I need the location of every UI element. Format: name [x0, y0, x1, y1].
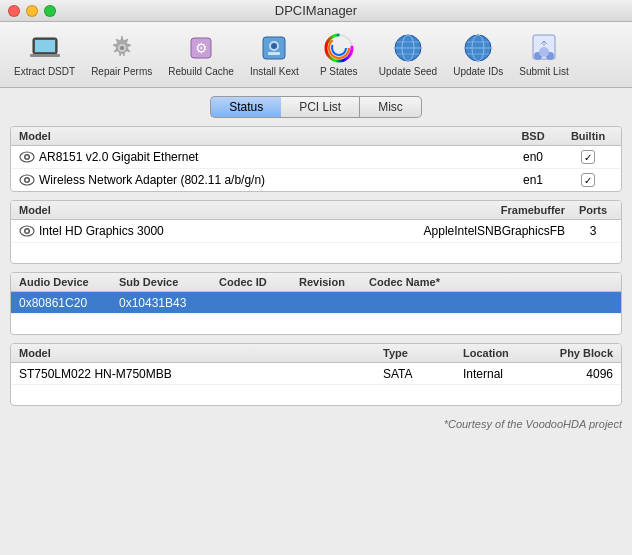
- network-row1-builtin: ✓: [563, 150, 613, 165]
- table-row-empty: [11, 314, 621, 334]
- audio-header: Audio Device Sub Device Codec ID Revisio…: [11, 273, 621, 292]
- graphics-header: Model Framebuffer Ports: [11, 201, 621, 220]
- storage-type-header: Type: [383, 347, 463, 359]
- table-row-empty: [11, 385, 621, 405]
- tab-misc[interactable]: Misc: [360, 96, 422, 118]
- eye-icon: [19, 172, 35, 188]
- table-row-empty: [11, 243, 621, 263]
- table-row: AR8151 v2.0 Gigabit Ethernet en0 ✓: [11, 146, 621, 169]
- install-kext-button[interactable]: Install Kext: [244, 28, 305, 81]
- graphics-ports-header: Ports: [573, 204, 613, 216]
- rebuild-cache-label: Rebuild Cache: [168, 66, 234, 77]
- repair-perms-button[interactable]: Repair Perms: [85, 28, 158, 81]
- network-row1-model: AR8151 v2.0 Gigabit Ethernet: [39, 150, 503, 164]
- audio-row1-subdevice: 0x10431B43: [119, 296, 219, 310]
- globe-icon: [392, 32, 424, 64]
- network-row2-builtin: ✓: [563, 173, 613, 188]
- rebuild-cache-button[interactable]: ⚙ Rebuild Cache: [162, 28, 240, 81]
- cloud-icon: [528, 32, 560, 64]
- audio-codec-header: Codec ID: [219, 276, 299, 288]
- footer-text: *Courtesy of the VoodooHDA project: [444, 418, 622, 430]
- svg-point-33: [26, 156, 29, 159]
- minimize-button[interactable]: [26, 5, 38, 17]
- network-row1-bsd: en0: [503, 150, 563, 164]
- table-row: Wireless Network Adapter (802.11 a/b/g/n…: [11, 169, 621, 191]
- checkbox-icon: ✓: [581, 173, 595, 187]
- graphics-row1-model: Intel HD Graphics 3000: [39, 224, 302, 238]
- install-kext-label: Install Kext: [250, 66, 299, 77]
- network-bsd-header: BSD: [503, 130, 563, 142]
- svg-rect-2: [30, 54, 60, 57]
- tab-bar: Status PCI List Misc: [0, 88, 632, 126]
- p-states-label: P States: [320, 66, 358, 77]
- content-area: Model BSD Builtin AR8151 v2.0 Gigabit Et…: [0, 126, 632, 414]
- storage-row1-phy: 4096: [543, 367, 613, 381]
- footer-note: *Courtesy of the VoodooHDA project: [0, 414, 632, 430]
- storage-header: Model Type Location Phy Block: [11, 344, 621, 363]
- toolbar: Extract DSDT Repair Perms ⚙ Rebuild Cach…: [0, 22, 632, 88]
- storage-location-header: Location: [463, 347, 543, 359]
- graphics-model-header: Model: [19, 204, 292, 216]
- network-builtin-header: Builtin: [563, 130, 613, 142]
- eye-icon: [19, 149, 35, 165]
- table-row: Intel HD Graphics 3000 AppleIntelSNBGrap…: [11, 220, 621, 243]
- svg-point-39: [26, 230, 29, 233]
- audio-subdevice-header: Sub Device: [119, 276, 219, 288]
- storage-row1-location: Internal: [463, 367, 543, 381]
- audio-name-header: Codec Name*: [369, 276, 613, 288]
- repair-perms-label: Repair Perms: [91, 66, 152, 77]
- svg-text:⚙: ⚙: [195, 40, 208, 56]
- submit-list-label: Submit List: [519, 66, 568, 77]
- svg-rect-11: [268, 52, 280, 55]
- audio-device-header: Audio Device: [19, 276, 119, 288]
- audio-row1-device: 0x80861C20: [19, 296, 119, 310]
- storage-model-header: Model: [19, 347, 383, 359]
- update-ids-button[interactable]: Update IDs: [447, 28, 509, 81]
- storage-section: Model Type Location Phy Block ST750LM022…: [10, 343, 622, 406]
- p-states-button[interactable]: P States: [309, 28, 369, 81]
- tab-status[interactable]: Status: [210, 96, 281, 118]
- network-section: Model BSD Builtin AR8151 v2.0 Gigabit Et…: [10, 126, 622, 192]
- extract-dsdt-button[interactable]: Extract DSDT: [8, 28, 81, 81]
- network-header: Model BSD Builtin: [11, 127, 621, 146]
- storage-row1-type: SATA: [383, 367, 463, 381]
- close-button[interactable]: [8, 5, 20, 17]
- svg-point-29: [539, 47, 549, 57]
- eye-icon: [19, 223, 35, 239]
- update-ids-label: Update IDs: [453, 66, 503, 77]
- network-model-header: Model: [19, 130, 503, 142]
- svg-rect-1: [35, 40, 55, 52]
- traffic-lights: [8, 5, 56, 17]
- table-row[interactable]: 0x80861C20 0x10431B43: [11, 292, 621, 314]
- graphics-row1-ports: 3: [573, 224, 613, 238]
- storage-row1-model: ST750LM022 HN-M750MBB: [19, 367, 383, 381]
- storage-phy-header: Phy Block: [543, 347, 613, 359]
- titlebar: DPCIManager: [0, 0, 632, 22]
- extract-dsdt-label: Extract DSDT: [14, 66, 75, 77]
- update-seed-label: Update Seed: [379, 66, 437, 77]
- network-row2-bsd: en1: [503, 173, 563, 187]
- svg-point-36: [26, 179, 29, 182]
- network-row2-model: Wireless Network Adapter (802.11 a/b/g/n…: [39, 173, 503, 187]
- table-row: ST750LM022 HN-M750MBB SATA Internal 4096: [11, 363, 621, 385]
- kext-icon: [258, 32, 290, 64]
- globe2-icon: [462, 32, 494, 64]
- audio-section: Audio Device Sub Device Codec ID Revisio…: [10, 272, 622, 335]
- laptop-icon: [29, 32, 61, 64]
- checkbox-icon: ✓: [581, 150, 595, 164]
- submit-list-button[interactable]: Submit List: [513, 28, 574, 81]
- update-seed-button[interactable]: Update Seed: [373, 28, 443, 81]
- audio-revision-header: Revision: [299, 276, 369, 288]
- svg-point-15: [332, 41, 346, 55]
- window-title: DPCIManager: [275, 3, 357, 18]
- graphics-row1-fb: AppleIntelSNBGraphicsFB: [302, 224, 573, 238]
- gear-icon: [106, 32, 138, 64]
- tab-pci-list[interactable]: PCI List: [281, 96, 360, 118]
- rebuild-icon: ⚙: [185, 32, 217, 64]
- graphics-fb-header: Framebuffer: [292, 204, 573, 216]
- svg-point-5: [120, 46, 124, 50]
- pstates-icon: [323, 32, 355, 64]
- graphics-section: Model Framebuffer Ports Intel HD Graphic…: [10, 200, 622, 264]
- svg-point-10: [271, 43, 277, 49]
- maximize-button[interactable]: [44, 5, 56, 17]
